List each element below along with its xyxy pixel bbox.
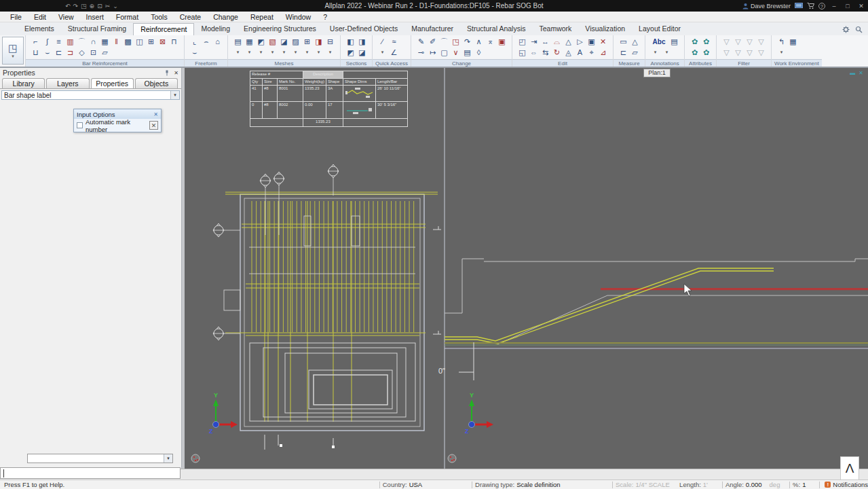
- quick-access-icon[interactable]: ✂: [105, 3, 111, 10]
- filter-tool-icon[interactable]: ▽: [732, 37, 744, 47]
- bar-reinforcement-tool-icon[interactable]: ⊠: [157, 37, 168, 47]
- viewport-close-icon[interactable]: ✕: [858, 70, 863, 76]
- meshes-tool-icon[interactable]: ▾: [278, 50, 290, 56]
- bar-reinforcement-tool-icon[interactable]: ∫: [41, 37, 53, 47]
- status-drawing-type[interactable]: Drawing type: Scale definition: [475, 481, 609, 488]
- bar-reinforcement-tool-icon[interactable]: ⌣: [41, 48, 53, 58]
- edit-tool-icon[interactable]: ⌓: [551, 37, 563, 47]
- menu-window[interactable]: Window: [280, 12, 317, 22]
- table-cell[interactable]: Description: [303, 71, 343, 79]
- filter-tool-icon[interactable]: ▽: [744, 37, 755, 47]
- bar-reinforcement-tool-icon[interactable]: ≡: [53, 37, 64, 47]
- work-environment-tool-icon[interactable]: ▦: [787, 37, 799, 47]
- tab-layout-editor[interactable]: Layout Editor: [632, 23, 687, 35]
- tab-user-defined-objects[interactable]: User-Defined Objects: [323, 23, 404, 35]
- edit-tool-icon[interactable]: ⇆: [540, 48, 551, 58]
- meshes-tool-icon[interactable]: ▧: [267, 37, 278, 47]
- filter-tool-icon[interactable]: ▽: [744, 48, 755, 58]
- palette-tab-objects[interactable]: Objects: [135, 78, 178, 88]
- bar-reinforcement-tool-icon[interactable]: ▩: [122, 37, 134, 47]
- bar-reinforcement-tool-icon[interactable]: ▥: [64, 37, 76, 47]
- chevron-down-icon[interactable]: ▾: [164, 454, 172, 463]
- bar-reinforcement-tool-icon[interactable]: ⌐: [30, 37, 41, 47]
- sections-tool-icon[interactable]: ◩: [345, 48, 356, 58]
- palette-tab-library[interactable]: Library: [2, 78, 45, 88]
- filter-tool-icon[interactable]: ▽: [721, 48, 732, 58]
- menu-format[interactable]: Format: [110, 12, 145, 22]
- edit-tool-icon[interactable]: ▣: [586, 37, 597, 47]
- notifications-button[interactable]: ! Notifications: [823, 481, 868, 488]
- freeform-tool-icon[interactable]: ⌣: [189, 48, 200, 58]
- status-length[interactable]: Length: 1': [679, 481, 719, 488]
- tab-modeling[interactable]: Modeling: [194, 23, 237, 35]
- quick-access-icon[interactable]: ⊡: [97, 3, 102, 10]
- change-tool-icon[interactable]: ⊸: [415, 48, 427, 58]
- bar-reinforcement-tool-icon[interactable]: ⊐: [64, 48, 76, 58]
- bar-reinforcement-tool-icon[interactable]: ⊏: [53, 48, 64, 58]
- bar-reinforcement-tool-icon[interactable]: ⌒: [76, 37, 88, 47]
- user-account[interactable]: Dave Brewster: [742, 3, 791, 10]
- meshes-tool-icon[interactable]: ▾: [244, 50, 255, 56]
- meshes-tool-icon[interactable]: ⊞: [301, 37, 313, 47]
- minimize-button[interactable]: –: [829, 3, 839, 10]
- edit-tool-icon[interactable]: △: [563, 37, 574, 47]
- quick-access-tool-icon[interactable]: ∠: [388, 48, 400, 58]
- menu--[interactable]: ?: [317, 12, 333, 22]
- work-environment-tool-icon[interactable]: ▾: [776, 50, 787, 56]
- attributes-tool-icon[interactable]: ✿: [689, 48, 700, 58]
- edit-tool-icon[interactable]: ⇔: [528, 48, 540, 58]
- viewport-maximize-icon[interactable]: ▬: [850, 70, 855, 76]
- gear-icon[interactable]: [842, 26, 850, 33]
- bar-reinforcement-tool-icon[interactable]: ▱: [99, 48, 111, 58]
- chevron-down-icon[interactable]: ▾: [170, 91, 179, 99]
- change-tool-icon[interactable]: ∧: [473, 37, 485, 47]
- abc-annotation-icon[interactable]: Abc: [649, 37, 668, 47]
- quick-access-icon[interactable]: ⊕: [90, 3, 95, 10]
- quick-access-tool-icon[interactable]: ∕: [377, 37, 388, 47]
- annotations-tool-icon[interactable]: ▤: [668, 37, 680, 47]
- edit-tool-icon[interactable]: ✕: [597, 37, 609, 47]
- edit-tool-icon[interactable]: A: [574, 48, 586, 58]
- measure-tool-icon[interactable]: ▭: [618, 37, 629, 47]
- menu-create[interactable]: Create: [174, 12, 208, 22]
- bar-reinforcement-tool-icon[interactable]: ⊓: [168, 37, 180, 47]
- mark-number-icon[interactable]: ✕: [149, 121, 158, 130]
- meshes-tool-icon[interactable]: ▤: [232, 37, 244, 47]
- freeform-tool-icon[interactable]: ⌞: [189, 37, 200, 47]
- measure-tool-icon[interactable]: ⊏: [618, 48, 629, 58]
- menu-insert[interactable]: Insert: [80, 12, 110, 22]
- change-tool-icon[interactable]: ✎: [415, 37, 427, 47]
- attributes-tool-icon[interactable]: ✿: [700, 37, 712, 47]
- quick-access-icon[interactable]: ↷: [73, 3, 79, 10]
- project-view-button[interactable]: ◳ ▾: [2, 37, 24, 65]
- meshes-tool-icon[interactable]: ▾: [290, 50, 301, 56]
- measure-tool-icon[interactable]: ▱: [629, 48, 641, 58]
- filter-tool-icon[interactable]: ▽: [721, 37, 732, 47]
- palette-tab-properties[interactable]: Properties: [91, 78, 134, 88]
- value-combobox[interactable]: ▾: [27, 454, 173, 463]
- edit-tool-icon[interactable]: ⊿: [597, 48, 609, 58]
- palette-tab-layers[interactable]: Layers: [46, 78, 89, 88]
- status-angle[interactable]: Angle: 0.000: [725, 481, 770, 488]
- change-tool-icon[interactable]: ◳: [450, 37, 461, 47]
- sections-tool-icon[interactable]: ◧: [345, 37, 356, 47]
- status-scale[interactable]: Scale: 1/4" SCALE: [616, 481, 679, 488]
- menu-edit[interactable]: Edit: [28, 12, 52, 22]
- edit-tool-icon[interactable]: ↻: [551, 48, 563, 58]
- attributes-tool-icon[interactable]: ✿: [689, 37, 700, 47]
- bar-reinforcement-tool-icon[interactable]: ◇: [76, 48, 88, 58]
- work-environment-tool-icon[interactable]: ↰: [776, 37, 787, 47]
- bar-reinforcement-tool-icon[interactable]: ∩: [88, 37, 99, 47]
- close-button[interactable]: ✕: [856, 3, 866, 10]
- meshes-tool-icon[interactable]: ▾: [301, 50, 313, 56]
- tab-manufacturer[interactable]: Manufacturer: [404, 23, 460, 35]
- tab-elements[interactable]: Elements: [18, 23, 61, 35]
- menu-file[interactable]: File: [4, 12, 28, 22]
- viewport-name-badge[interactable]: Plan:1: [643, 69, 671, 77]
- bar-reinforcement-tool-icon[interactable]: ‖: [111, 37, 122, 47]
- rebar-schedule-table[interactable]: Release #DescriptionQtySizeMark No.Weigh…: [250, 71, 408, 127]
- sections-tool-icon[interactable]: ◨: [356, 37, 368, 47]
- change-tool-icon[interactable]: ∨: [450, 48, 461, 58]
- freeform-tool-icon[interactable]: ⌢: [200, 37, 212, 47]
- automatic-mark-number-checkbox[interactable]: [77, 122, 83, 128]
